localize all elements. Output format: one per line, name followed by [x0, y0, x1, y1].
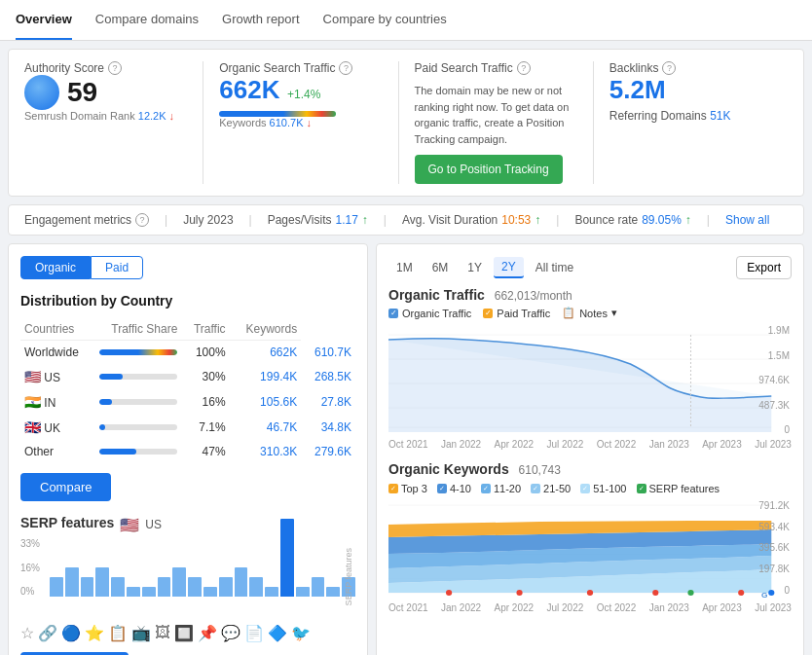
serp-bars-area: [50, 538, 355, 597]
nav-overview[interactable]: Overview: [16, 0, 72, 40]
kw-legend-11-20: ✓ 11-20: [481, 483, 521, 494]
serp-bar: [219, 577, 233, 597]
legend-paid-label: Paid Traffic: [497, 308, 550, 319]
traffic-share: 7.1%: [181, 415, 229, 440]
organic-traffic-label: Organic Search Traffic ?: [219, 61, 382, 75]
nav-compare-domains[interactable]: Compare domains: [95, 0, 199, 40]
country-table-row: Other 47%310.3K279.6K: [20, 440, 355, 463]
export-button[interactable]: Export: [736, 256, 792, 279]
kw-x-apr22: Apr 2022: [495, 602, 535, 613]
compare-button[interactable]: Compare: [20, 473, 111, 501]
serp-chart: 33% 16% 0% SERP features: [20, 538, 355, 616]
go-to-position-tracking-button[interactable]: Go to Position Tracking: [415, 155, 563, 184]
kw-legend-top3: ✓ Top 3: [388, 483, 427, 494]
serp-bar: [95, 567, 109, 597]
authority-info-icon[interactable]: ?: [108, 61, 122, 75]
show-all-link[interactable]: Show all: [725, 213, 769, 227]
serp-features-label: SERP features: [344, 548, 353, 605]
serp-bar: [326, 587, 340, 597]
time-tab-2y[interactable]: 2Y: [494, 257, 524, 278]
engagement-sep2: |: [249, 213, 252, 227]
engagement-sep3: |: [384, 213, 387, 227]
legend-organic-label: Organic Traffic: [402, 308, 471, 319]
time-tab-all[interactable]: All time: [528, 258, 581, 277]
serp-bar: [158, 577, 171, 597]
country-bar-cell: [95, 341, 181, 365]
time-tab-1y[interactable]: 1Y: [460, 258, 490, 277]
traffic-share: 30%: [181, 364, 229, 389]
avg-visit-duration: Avg. Visit Duration 10:53 ↑: [402, 213, 540, 227]
svg-point-14: [652, 590, 658, 596]
kw-serp-label: SERP features: [649, 483, 720, 494]
time-tab-1m[interactable]: 1M: [388, 258, 421, 277]
kw-x-labels: Oct 2021 Jan 2022 Apr 2022 Jul 2022 Oct …: [388, 602, 792, 613]
notes-icon: 📋: [562, 307, 575, 319]
legend-organic: ✓ Organic Traffic: [388, 308, 471, 319]
organic-traffic-legend: ✓ Organic Traffic ✓ Paid Traffic 📋 Notes…: [388, 307, 792, 319]
right-panel: 1M 6M 1Y 2Y All time Export Organic Traf…: [376, 243, 804, 655]
organic-traffic-chart-svg: [388, 325, 792, 432]
pages-visits: Pages/Visits 1.17 ↑: [268, 213, 368, 227]
toggle-organic[interactable]: Organic: [20, 256, 91, 279]
traffic-value: 46.7K: [230, 415, 302, 440]
country-name: 🇬🇧 UK: [20, 415, 95, 440]
country-name: 🇮🇳 IN: [20, 389, 95, 415]
nav-compare-countries[interactable]: Compare by countries: [323, 0, 447, 40]
organic-info-icon[interactable]: ?: [339, 61, 352, 75]
backlinks-info-icon[interactable]: ?: [662, 61, 676, 75]
paid-info-icon[interactable]: ?: [517, 61, 531, 75]
kw-legend-4-10: ✓ 4-10: [437, 483, 471, 494]
country-bar-cell: [95, 389, 181, 415]
serp-bar: [249, 577, 263, 597]
svg-point-16: [738, 590, 744, 596]
avg-visit-arrow: ↑: [535, 213, 540, 227]
authority-score-block: Authority Score ? 59 Semrush Domain Rank…: [24, 61, 203, 184]
toggle-paid[interactable]: Paid: [91, 256, 143, 279]
top-navigation: Overview Compare domains Growth report C…: [0, 0, 812, 41]
serp-y-16: 16%: [20, 563, 48, 573]
authority-ball: [24, 75, 59, 110]
metrics-bar: Authority Score ? 59 Semrush Domain Rank…: [8, 49, 804, 197]
country-name: Worldwide: [20, 341, 95, 365]
referring-domains-value: 51K: [710, 109, 730, 123]
serp-icons: ☆ 🔗 🔵 ⭐ 📋 📺 🖼 🔲 📌 💬 📄 🔷 🐦: [20, 624, 355, 642]
country-table-row: 🇮🇳 IN 16%105.6K27.8K: [20, 389, 355, 415]
avg-visit-value: 10:53: [501, 213, 531, 227]
organic-traffic-value-row: 662K +1.4%: [219, 75, 382, 105]
organic-traffic-chart-title: Organic Traffic 662,013/month: [388, 287, 792, 303]
legend-notes-chevron[interactable]: ▾: [611, 307, 617, 319]
serp-icon-diamond: 🔷: [268, 624, 287, 642]
country-name: Other: [20, 440, 95, 463]
country-table: Countries Traffic Share Traffic Keywords…: [20, 318, 355, 463]
nav-growth-report[interactable]: Growth report: [222, 0, 299, 40]
serp-icon-link: 🔗: [38, 624, 57, 642]
kw-21-50-label: 21-50: [543, 483, 571, 494]
svg-text:G: G: [761, 591, 767, 598]
keywords-value: 279.6K: [301, 440, 355, 463]
time-tab-6m[interactable]: 6M: [424, 258, 457, 277]
country-bar-cell: [95, 440, 181, 463]
serp-bar: [265, 587, 278, 597]
serp-location: US: [145, 518, 162, 531]
serp-icon-star: ☆: [20, 624, 34, 642]
country-bar-cell: [95, 364, 181, 389]
authority-score-label: Authority Score ?: [24, 61, 187, 75]
time-tabs-row: 1M 6M 1Y 2Y All time Export: [388, 256, 792, 279]
engagement-sep1: |: [165, 213, 167, 227]
col-header-traffic-share: Traffic Share: [95, 318, 181, 341]
serp-y-labels: 33% 16% 0%: [20, 538, 48, 597]
authority-score-number: 59: [67, 77, 97, 108]
col-header-countries: Countries: [20, 318, 95, 341]
serp-bar: [203, 587, 217, 597]
keywords-legend: ✓ Top 3 ✓ 4-10 ✓ 11-20: [388, 483, 792, 494]
keywords-value: 34.8K: [301, 415, 355, 440]
kw-legend-serp: ✓ SERP features: [637, 483, 720, 494]
serp-icon-twitter: 🐦: [291, 624, 311, 642]
serp-bar: [50, 577, 63, 597]
left-panel: Organic Paid Distribution by Country Cou…: [8, 243, 368, 655]
kw-x-oct21: Oct 2021: [388, 602, 428, 613]
organic-chart-container: 1.9M 1.5M 974.6K 487.3K 0: [388, 325, 792, 435]
legend-notes: 📋 Notes ▾: [562, 307, 617, 319]
pages-visits-arrow: ↑: [362, 213, 368, 227]
engagement-info-icon[interactable]: ?: [135, 213, 149, 227]
